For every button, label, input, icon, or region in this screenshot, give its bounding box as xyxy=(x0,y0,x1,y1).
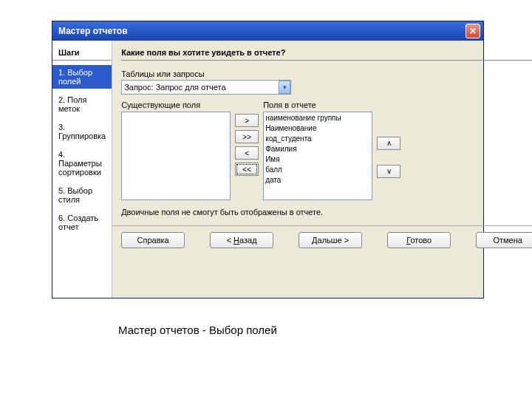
add-all-button[interactable]: >> xyxy=(235,130,259,143)
tables-label: Таблицы или запросы xyxy=(121,69,532,78)
figure-caption: Мастер отчетов - Выбор полей xyxy=(118,324,277,336)
step-4[interactable]: 4. Параметры сортировки xyxy=(52,147,112,180)
main-panel: Какие поля вы хотите увидеть в отчете? Т… xyxy=(112,41,532,298)
help-button[interactable]: Справка xyxy=(121,232,185,248)
chevron-down-icon[interactable]: ▼ xyxy=(279,81,290,94)
titlebar: Мастер отчетов ✕ xyxy=(52,21,483,41)
cancel-button[interactable]: Отмена xyxy=(476,232,532,248)
main-header: Какие поля вы хотите увидеть в отчете? xyxy=(121,47,532,61)
button-row: Справка < Назад Дальше > Готово Отмена xyxy=(121,232,532,256)
list-item[interactable]: Имя xyxy=(265,154,370,165)
list-item[interactable]: код_студента xyxy=(265,134,370,144)
selected-listbox[interactable]: наименование группыНаименованиекод_студе… xyxy=(263,112,372,200)
step-6[interactable]: 6. Создать отчет xyxy=(52,211,112,234)
back-button[interactable]: < Назад xyxy=(210,232,273,248)
step-5[interactable]: 5. Выбор стиля xyxy=(52,183,112,207)
list-item[interactable]: дата xyxy=(265,175,370,185)
hint-text: Двоичные поля не смогут быть отображены … xyxy=(121,208,532,216)
tables-combo[interactable]: Запрос: Запрос для отчета ▼ xyxy=(121,80,291,95)
step-2[interactable]: 2. Поля меток xyxy=(52,92,112,116)
remove-button[interactable]: < xyxy=(235,146,259,160)
steps-sidebar: Шаги 1. Выбор полей2. Поля меток3. Групп… xyxy=(52,41,112,298)
finish-button[interactable]: Готово xyxy=(387,232,451,248)
list-item[interactable]: наименование группы xyxy=(265,113,370,123)
window-title: Мастер отчетов xyxy=(58,26,128,36)
remove-all-button[interactable]: << xyxy=(235,163,259,176)
list-item[interactable]: Наименование xyxy=(265,123,370,134)
client-area: Шаги 1. Выбор полей2. Поля меток3. Групп… xyxy=(52,41,483,298)
selected-label: Поля в отчете xyxy=(263,100,372,109)
combo-value: Запрос: Запрос для отчета xyxy=(124,83,225,92)
available-listbox[interactable] xyxy=(121,112,231,200)
list-item[interactable]: балл xyxy=(265,165,370,175)
available-label: Существующие поля xyxy=(121,100,231,109)
next-button[interactable]: Дальше > xyxy=(299,232,362,248)
transfer-buttons: > >> < << xyxy=(235,100,259,200)
divider xyxy=(112,225,532,226)
step-1[interactable]: 1. Выбор полей xyxy=(52,65,112,89)
list-item[interactable]: Фамилия xyxy=(265,144,370,154)
wizard-window: Мастер отчетов ✕ Шаги 1. Выбор полей2. П… xyxy=(52,21,484,299)
steps-header: Шаги xyxy=(52,47,112,61)
reorder-buttons: ∧ ∨ xyxy=(377,100,400,200)
move-up-button[interactable]: ∧ xyxy=(377,137,400,150)
move-down-button[interactable]: ∨ xyxy=(377,165,400,178)
field-lists: Существующие поля > >> < << Поля в отчет… xyxy=(121,100,532,200)
add-button[interactable]: > xyxy=(235,114,259,127)
close-icon[interactable]: ✕ xyxy=(466,24,480,38)
step-3[interactable]: 3. Группировка xyxy=(52,120,112,143)
